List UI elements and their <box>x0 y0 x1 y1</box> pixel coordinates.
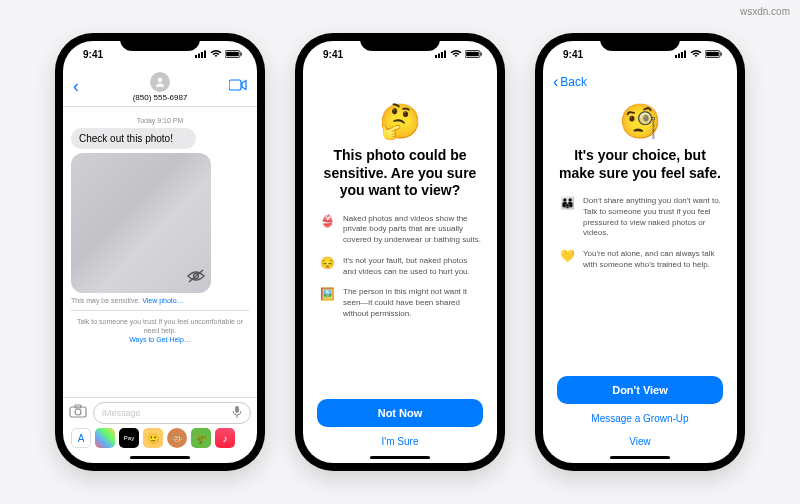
back-chevron-icon[interactable]: ‹ <box>553 73 558 91</box>
sheet-nav <box>303 67 497 97</box>
svg-point-12 <box>75 409 81 415</box>
dock-apple-pay-icon[interactable]: Pay <box>119 428 139 448</box>
sensitive-caption: This may be sensitive. View photo… <box>71 297 249 304</box>
mic-icon[interactable] <box>232 405 242 421</box>
bullet-item: 👪 Don't share anything you don't want to… <box>559 196 721 239</box>
sheet-nav: ‹ Back <box>543 67 737 97</box>
messages-navbar: ‹ (850) 555-6987 <box>63 67 257 107</box>
svg-rect-6 <box>241 53 242 56</box>
home-indicator[interactable] <box>130 456 190 459</box>
avatar-icon <box>150 72 170 92</box>
screen: 9:41 ‹ Back 🧐 It's your choice, but make… <box>543 41 737 463</box>
dock-music-icon[interactable]: ♪ <box>215 428 235 448</box>
notch <box>120 33 200 51</box>
bullet-list: 👙 Naked photos and videos show the priva… <box>319 214 481 330</box>
divider <box>71 310 249 311</box>
svg-rect-8 <box>229 80 241 90</box>
timestamp: Today 9:10 PM <box>71 117 249 124</box>
view-photo-link[interactable]: View photo… <box>142 297 184 304</box>
bullet-item: 💛 You're not alone, and can always talk … <box>559 249 721 271</box>
battery-icon <box>705 50 723 58</box>
back-button[interactable]: Back <box>560 75 587 89</box>
sheet-body: 🧐 It's your choice, but make sure you fe… <box>543 97 737 368</box>
bullet-text: It's not your fault, but naked photos an… <box>343 256 481 278</box>
svg-rect-28 <box>706 52 719 57</box>
svg-rect-3 <box>204 51 206 59</box>
wifi-icon <box>690 50 702 58</box>
svg-rect-24 <box>678 54 680 59</box>
notch <box>600 33 680 51</box>
im-sure-link[interactable]: I'm Sure <box>317 433 483 450</box>
svg-rect-18 <box>441 52 443 58</box>
cellular-icon <box>675 50 687 58</box>
svg-rect-1 <box>198 54 200 59</box>
svg-point-7 <box>158 77 162 81</box>
home-indicator[interactable] <box>370 456 430 459</box>
svg-rect-21 <box>466 52 479 57</box>
bullet-emoji-icon: 👪 <box>559 196 575 239</box>
help-text: Talk to someone you trust if you feel un… <box>71 317 249 344</box>
bullet-text: You're not alone, and can always talk wi… <box>583 249 721 271</box>
bullet-text: The person in this might not want it see… <box>343 287 481 319</box>
sheet-title: It's your choice, but make sure you feel… <box>559 147 721 182</box>
svg-rect-2 <box>201 52 203 58</box>
wifi-icon <box>210 50 222 58</box>
sheet-body: 🤔 This photo could be sensitive. Are you… <box>303 97 497 391</box>
status-indicators <box>195 50 243 58</box>
sheet-title: This photo could be sensitive. Are you s… <box>319 147 481 200</box>
cellular-icon <box>435 50 447 58</box>
bullet-item: 🖼️ The person in this might not want it … <box>319 287 481 319</box>
back-icon[interactable]: ‹ <box>73 76 93 97</box>
screen: 9:41 ‹ (850) 555-6987 Today 9:10 PM Chec… <box>63 41 257 463</box>
battery-icon <box>465 50 483 58</box>
status-time: 9:41 <box>563 49 583 60</box>
blurred-photo[interactable] <box>71 153 211 293</box>
message-input[interactable]: iMessage <box>93 402 251 424</box>
message-grownup-link[interactable]: Message a Grown-Up <box>557 410 723 427</box>
footer-buttons: Don't View Message a Grown-Up View <box>543 368 737 454</box>
help-link[interactable]: Ways to Get Help… <box>129 336 191 343</box>
dock-sticker-2-icon[interactable]: 🦖 <box>191 428 211 448</box>
bullet-emoji-icon: 🖼️ <box>319 287 335 319</box>
wifi-icon <box>450 50 462 58</box>
compose-bar: iMessage A Pay 🙂 🐵 🦖 ♪ <box>63 397 257 454</box>
bullet-emoji-icon: 😔 <box>319 256 335 278</box>
view-link[interactable]: View <box>557 433 723 450</box>
message-thread[interactable]: Today 9:10 PM Check out this photo! This… <box>63 107 257 397</box>
bullet-item: 👙 Naked photos and videos show the priva… <box>319 214 481 246</box>
status-time: 9:41 <box>83 49 103 60</box>
not-now-button[interactable]: Not Now <box>317 399 483 427</box>
bullet-emoji-icon: 👙 <box>319 214 335 246</box>
phone-warning-2: 9:41 ‹ Back 🧐 It's your choice, but make… <box>535 33 745 471</box>
dont-view-button[interactable]: Don't View <box>557 376 723 404</box>
svg-rect-23 <box>675 55 677 58</box>
svg-rect-0 <box>195 55 197 58</box>
dock-sticker-1-icon[interactable]: 🐵 <box>167 428 187 448</box>
phone-messages: 9:41 ‹ (850) 555-6987 Today 9:10 PM Chec… <box>55 33 265 471</box>
svg-rect-26 <box>684 51 686 59</box>
bullet-text: Don't share anything you don't want to. … <box>583 196 721 239</box>
footer-buttons: Not Now I'm Sure <box>303 391 497 454</box>
svg-rect-17 <box>438 54 440 59</box>
svg-rect-29 <box>721 53 722 56</box>
notch <box>360 33 440 51</box>
svg-rect-14 <box>235 406 239 413</box>
dock-app-store-icon[interactable]: A <box>71 428 91 448</box>
app-dock: A Pay 🙂 🐵 🦖 ♪ <box>69 424 251 450</box>
screen: 9:41 🤔 This photo could be sensitive. Ar… <box>303 41 497 463</box>
message-bubble[interactable]: Check out this photo! <box>71 128 196 149</box>
phone-warning-1: 9:41 🤔 This photo could be sensitive. Ar… <box>295 33 505 471</box>
camera-icon[interactable] <box>69 404 87 422</box>
contact-header[interactable]: (850) 555-6987 <box>133 72 188 102</box>
facetime-icon[interactable] <box>227 79 247 94</box>
dock-photos-icon[interactable] <box>95 428 115 448</box>
cellular-icon <box>195 50 207 58</box>
eye-slash-icon <box>187 269 205 287</box>
hero-emoji-icon: 🧐 <box>619 101 661 141</box>
svg-rect-25 <box>681 52 683 58</box>
svg-rect-19 <box>444 51 446 59</box>
dock-memoji-icon[interactable]: 🙂 <box>143 428 163 448</box>
svg-rect-5 <box>226 52 239 57</box>
input-placeholder: iMessage <box>102 408 141 418</box>
home-indicator[interactable] <box>610 456 670 459</box>
